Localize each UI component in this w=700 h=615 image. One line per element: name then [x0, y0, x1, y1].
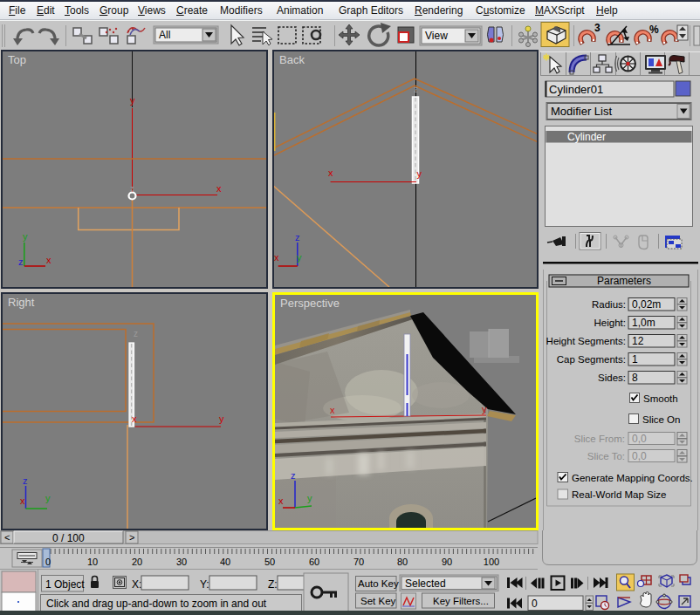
svg-text:0,0: 0,0: [632, 450, 647, 462]
svg-text:70: 70: [353, 557, 364, 567]
svg-text:x: x: [132, 413, 137, 424]
svg-text:8: 8: [632, 372, 638, 384]
svg-text:x: x: [330, 405, 335, 415]
svg-text:20: 20: [132, 557, 142, 567]
svg-text:x: x: [216, 183, 222, 194]
svg-text:x: x: [278, 495, 284, 506]
svg-text:Radius:: Radius:: [592, 299, 626, 310]
svg-text:>: >: [129, 532, 134, 543]
svg-text:Cylinder01: Cylinder01: [549, 83, 603, 96]
svg-text:Slice On: Slice On: [642, 414, 680, 425]
svg-text:<: <: [4, 532, 10, 543]
svg-text:z: z: [295, 232, 300, 243]
svg-text:Modifier List: Modifier List: [551, 105, 612, 118]
svg-text:90: 90: [442, 557, 452, 567]
svg-text:x: x: [274, 252, 279, 263]
svg-text:100: 100: [484, 557, 499, 567]
svg-text:Height:: Height:: [594, 318, 626, 328]
svg-text:y: y: [219, 413, 224, 424]
svg-text:Cylinder: Cylinder: [567, 131, 606, 143]
svg-text:X:: X:: [132, 578, 141, 591]
svg-text:y: y: [297, 252, 302, 263]
svg-text:0,02m: 0,02m: [632, 298, 661, 311]
svg-text:0,0: 0,0: [632, 433, 647, 445]
svg-text:60: 60: [309, 557, 319, 567]
svg-text:Generate Mapping Coords.: Generate Mapping Coords.: [572, 473, 693, 483]
svg-text:12: 12: [632, 335, 644, 347]
svg-text:z: z: [23, 475, 28, 486]
svg-text:y: y: [307, 493, 312, 503]
svg-text:1,0m: 1,0m: [632, 317, 655, 329]
svg-text:z: z: [130, 184, 134, 193]
svg-text:%: %: [649, 24, 659, 36]
svg-text:Set Key: Set Key: [360, 596, 396, 606]
svg-text:y: y: [45, 493, 51, 503]
svg-text:Cap Segments:: Cap Segments:: [557, 354, 626, 365]
svg-text:View: View: [425, 30, 448, 42]
svg-text:Click and drag up-and-down to: Click and drag up-and-down to zoom in an…: [46, 598, 267, 610]
svg-text:80: 80: [397, 557, 408, 567]
svg-text:z: z: [18, 256, 24, 267]
svg-text:1 Object: 1 Object: [45, 578, 85, 591]
svg-text:All: All: [159, 29, 170, 41]
svg-text:y: y: [23, 231, 28, 242]
svg-text:x: x: [20, 495, 25, 506]
svg-text:Sides:: Sides:: [598, 372, 626, 383]
svg-text:0: 0: [45, 557, 51, 567]
svg-text:Selected: Selected: [405, 577, 446, 590]
svg-text:y: y: [482, 404, 487, 414]
svg-text:10: 10: [87, 557, 98, 567]
svg-text:Smooth: Smooth: [643, 393, 678, 404]
svg-text:Real-World Map Size: Real-World Map Size: [572, 489, 666, 500]
svg-text:Height Segments:: Height Segments:: [546, 336, 626, 346]
svg-text:Parameters: Parameters: [597, 275, 651, 287]
svg-text:30: 30: [176, 557, 187, 567]
svg-text:1: 1: [632, 353, 638, 366]
svg-text:x: x: [46, 255, 51, 265]
svg-text:Key Filters...: Key Filters...: [433, 596, 489, 606]
svg-text:Auto Key: Auto Key: [358, 578, 399, 589]
svg-text:Y:: Y:: [200, 578, 209, 591]
svg-text:z: z: [134, 329, 138, 338]
svg-text:z: z: [291, 470, 296, 481]
svg-text:Slice To:: Slice To:: [587, 451, 625, 461]
svg-text:y: y: [130, 95, 135, 106]
svg-text:Slice From:: Slice From:: [574, 434, 625, 444]
svg-text:y: y: [417, 168, 422, 179]
svg-text:x: x: [328, 167, 333, 178]
svg-text:Z:: Z:: [268, 578, 278, 591]
svg-text:z: z: [414, 85, 418, 94]
svg-text:0: 0: [532, 598, 538, 610]
svg-text:50: 50: [264, 557, 275, 567]
svg-text:3: 3: [594, 22, 600, 34]
svg-text:40: 40: [220, 557, 230, 567]
svg-text:0 / 100: 0 / 100: [52, 532, 85, 544]
